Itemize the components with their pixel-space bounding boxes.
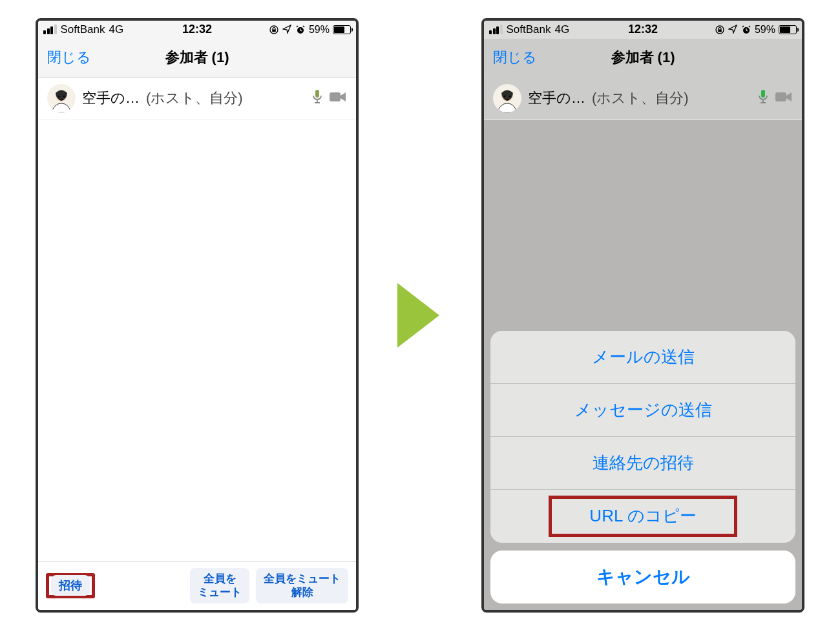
phone-left: SoftBank 4G 12:32 59% 閉じる 参加者 (1) 空手の… — [36, 18, 359, 613]
network-label: 4G — [109, 23, 124, 36]
battery-percent: 59% — [755, 24, 775, 36]
participant-name: 空手の… — [82, 89, 140, 108]
battery-icon — [333, 25, 351, 34]
status-bar: SoftBank 4G 12:32 59% — [38, 21, 356, 39]
svg-point-5 — [63, 96, 65, 97]
arrow-icon — [394, 277, 446, 354]
mic-icon — [757, 89, 770, 107]
svg-rect-6 — [315, 90, 319, 98]
svg-rect-7 — [330, 92, 341, 101]
signal-icon — [489, 25, 503, 34]
page-title: 参加者 (1) — [165, 48, 229, 67]
unmute-all-button[interactable]: 全員をミュート 解除 — [256, 568, 348, 604]
participant-name: 空手の… — [528, 89, 585, 108]
participant-row[interactable]: 空手の… (ホスト、自分) — [484, 78, 802, 120]
svg-point-4 — [58, 96, 59, 97]
svg-rect-14 — [761, 90, 765, 98]
participant-row[interactable]: 空手の… (ホスト、自分) — [38, 78, 356, 120]
close-button[interactable]: 閉じる — [47, 48, 91, 67]
sheet-send-mail[interactable]: メールの送信 — [490, 331, 795, 384]
clock: 12:32 — [182, 23, 212, 36]
svg-rect-15 — [775, 92, 786, 101]
invite-button[interactable]: 招待 — [51, 575, 90, 596]
page-title: 参加者 (1) — [611, 48, 675, 67]
sheet-send-message[interactable]: メッセージの送信 — [490, 384, 795, 437]
avatar — [493, 84, 521, 112]
unmute-all-line2: 解除 — [291, 586, 313, 598]
action-sheet: メールの送信 メッセージの送信 連絡先の招待 URL のコピー キャンセル — [484, 324, 802, 610]
unmute-all-line1: 全員をミュート — [264, 572, 341, 585]
video-icon — [329, 90, 347, 106]
mute-all-button[interactable]: 全員を ミュート — [190, 568, 249, 604]
carrier-label: SoftBank — [61, 23, 105, 36]
battery-icon — [779, 25, 797, 34]
svg-rect-1 — [272, 29, 276, 32]
video-icon — [775, 90, 793, 106]
mute-all-line1: 全員を — [204, 572, 236, 585]
mute-all-line2: ミュート — [198, 586, 242, 598]
network-label: 4G — [555, 23, 570, 36]
sheet-cancel[interactable]: キャンセル — [490, 551, 795, 604]
mic-icon — [311, 89, 324, 107]
svg-point-12 — [504, 96, 505, 97]
close-button[interactable]: 閉じる — [493, 48, 537, 67]
sheet-copy-url[interactable]: URL のコピー — [490, 490, 795, 543]
location-icon — [282, 25, 292, 34]
svg-point-13 — [509, 96, 510, 97]
invite-highlight: 招待 — [46, 573, 95, 598]
clock: 12:32 — [628, 23, 658, 36]
alarm-icon — [295, 25, 306, 35]
orientation-lock-icon — [269, 25, 279, 35]
footer-bar: 招待 全員を ミュート 全員をミュート 解除 — [38, 561, 356, 610]
sheet-copy-url-label: URL のコピー — [589, 505, 696, 527]
battery-percent: 59% — [309, 24, 330, 36]
signal-icon — [43, 25, 57, 34]
participant-role: (ホスト、自分) — [592, 89, 689, 108]
avatar — [47, 84, 76, 112]
location-icon — [728, 25, 738, 34]
alarm-icon — [741, 25, 751, 35]
nav-header: 閉じる 参加者 (1) — [38, 39, 356, 78]
orientation-lock-icon — [715, 25, 725, 35]
phone-right: SoftBank 4G 12:32 59% 閉じる 参加者 (1) 空手の… — [481, 18, 804, 613]
status-bar: SoftBank 4G 12:32 59% — [484, 21, 802, 39]
carrier-label: SoftBank — [507, 23, 551, 36]
nav-header: 閉じる 参加者 (1) — [484, 39, 802, 78]
participant-role: (ホスト、自分) — [146, 89, 243, 108]
svg-rect-9 — [718, 29, 722, 32]
sheet-invite-contacts[interactable]: 連絡先の招待 — [490, 437, 795, 490]
